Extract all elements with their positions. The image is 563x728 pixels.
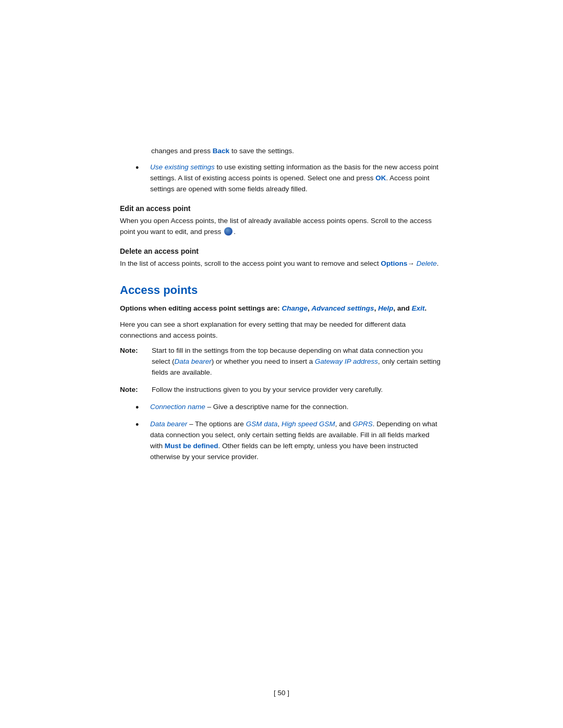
gateway-ip-link[interactable]: Gateway IP address: [315, 357, 378, 365]
connection-name-body: – Give a descriptive name for the connec…: [205, 403, 349, 411]
note1-content: Start to fill in the settings from the t…: [152, 346, 443, 378]
options-period: .: [424, 304, 426, 312]
bullet-dot-1: •: [136, 162, 146, 174]
nav-icon: [224, 227, 232, 236]
exit-link[interactable]: Exit: [412, 304, 425, 312]
gprs-link[interactable]: GPRS: [353, 420, 373, 428]
use-existing-bullet: • Use existing settings to use existing …: [120, 162, 443, 195]
data-bearer-link-note1[interactable]: Data bearer: [175, 357, 212, 365]
db-comma1: ,: [277, 420, 282, 428]
bullet-dot-3: •: [136, 419, 146, 431]
delete-body-text: In the list of access points, scroll to …: [120, 260, 381, 267]
page-container: changes and press Back to save the setti…: [0, 0, 563, 728]
change-link[interactable]: Change: [282, 304, 308, 312]
access-points-description: Here you can see a short explanation for…: [120, 319, 443, 341]
delete-period: .: [437, 260, 439, 267]
connection-name-content: Connection name – Give a descriptive nam…: [150, 402, 443, 413]
use-existing-content: Use existing settings to use existing se…: [150, 162, 443, 195]
delete-heading: Delete an access point: [120, 247, 443, 255]
note1-label: Note:: [120, 346, 149, 356]
gsm-data-link[interactable]: GSM data: [246, 420, 278, 428]
options-label: Options: [381, 260, 408, 267]
and-text: , and: [393, 304, 411, 312]
intro-text: changes and press Back to save the setti…: [151, 146, 443, 157]
ok-label: OK: [375, 174, 386, 182]
use-existing-link[interactable]: Use existing settings: [150, 163, 215, 171]
comma2: ,: [374, 304, 378, 312]
help-link[interactable]: Help: [378, 304, 393, 312]
note-block-2: Note: Follow the instructions given to y…: [120, 385, 443, 396]
page-number: [ 50 ]: [0, 689, 563, 697]
note-block-1: Note: Start to fill in the settings from…: [120, 346, 443, 378]
high-speed-gsm-link[interactable]: High speed GSM: [282, 420, 335, 428]
access-points-title: Access points: [120, 283, 443, 297]
note1-mid: ) or whether you need to insert a: [212, 357, 315, 365]
arrow-text: →: [408, 260, 417, 267]
edit-heading: Edit an access point: [120, 204, 443, 213]
edit-body: When you open Access points, the list of…: [120, 216, 443, 238]
db-comma2: , and: [335, 420, 353, 428]
options-prefix: Options when editing access point settin…: [120, 304, 282, 312]
advanced-settings-link[interactable]: Advanced settings: [312, 304, 374, 312]
delete-link[interactable]: Delete: [417, 260, 437, 267]
data-bearer-body1: – The options are: [187, 420, 246, 428]
db-period: .: [373, 420, 375, 428]
data-bearer-bullet: • Data bearer – The options are GSM data…: [120, 419, 443, 463]
connection-name-bullet: • Connection name – Give a descriptive n…: [120, 402, 443, 414]
options-line: Options when editing access point settin…: [120, 303, 443, 314]
comma1: ,: [308, 304, 312, 312]
content-area: changes and press Back to save the setti…: [99, 0, 464, 530]
must-be-defined: Must be defined: [165, 442, 218, 450]
bullet-dot-2: •: [136, 402, 146, 414]
edit-body-text: When you open Access points, the list of…: [120, 217, 432, 236]
back-label: Back: [213, 147, 229, 155]
data-bearer-content: Data bearer – The options are GSM data, …: [150, 419, 443, 463]
note2-content: Follow the instructions given to you by …: [152, 385, 443, 396]
connection-name-link[interactable]: Connection name: [150, 403, 205, 411]
delete-body: In the list of access points, scroll to …: [120, 258, 443, 269]
data-bearer-link[interactable]: Data bearer: [150, 420, 187, 428]
save-text: to save the settings.: [229, 147, 294, 155]
changes-text: changes and press: [151, 147, 213, 155]
note2-label: Note:: [120, 385, 149, 396]
